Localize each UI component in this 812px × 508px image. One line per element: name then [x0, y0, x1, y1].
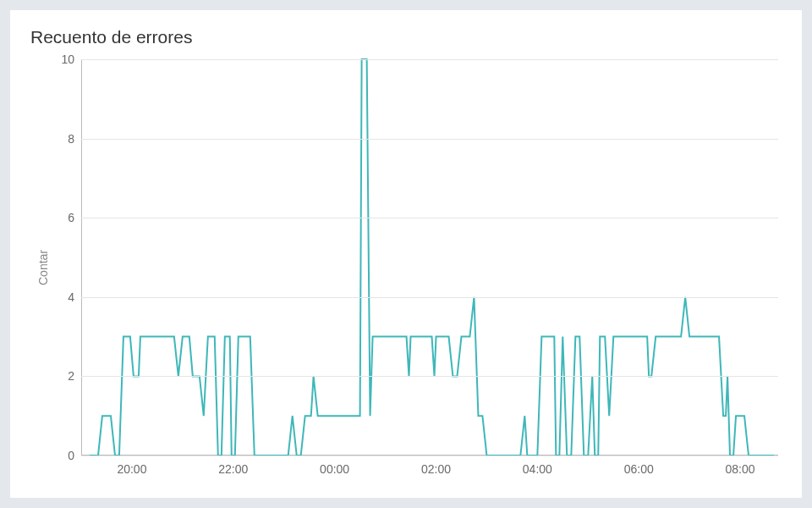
x-tick-label: 00:00: [320, 462, 349, 476]
y-tick-label: 0: [68, 449, 74, 462]
y-tick-label: 6: [68, 211, 74, 224]
y-tick-label: 10: [61, 52, 74, 66]
y-tick-label: 4: [68, 290, 74, 304]
chart-title: Recuento de errores: [30, 27, 782, 47]
grid-line: [81, 297, 778, 298]
grid-line: [81, 218, 778, 218]
data-line: [81, 59, 778, 456]
plot-region[interactable]: 024681020:0022:0000:0002:0004:0006:0008:…: [81, 59, 778, 456]
y-tick-label: 2: [68, 369, 74, 383]
x-tick-label: 06:00: [624, 462, 654, 476]
grid-line: [81, 139, 778, 140]
x-tick-label: 22:00: [218, 462, 248, 476]
grid-line: [81, 376, 778, 377]
chart-area: Contar 024681020:0022:0000:0002:0004:000…: [30, 54, 782, 481]
x-tick-label: 08:00: [726, 462, 755, 476]
y-axis-label: Contar: [36, 250, 50, 285]
x-tick-label: 02:00: [421, 462, 451, 476]
y-tick-label: 8: [68, 132, 74, 146]
grid-line: [81, 456, 778, 456]
x-tick-label: 04:00: [523, 462, 552, 476]
chart-card: Recuento de errores Contar 024681020:002…: [10, 10, 802, 498]
grid-line: [81, 59, 778, 60]
x-tick-label: 20:00: [117, 462, 146, 476]
